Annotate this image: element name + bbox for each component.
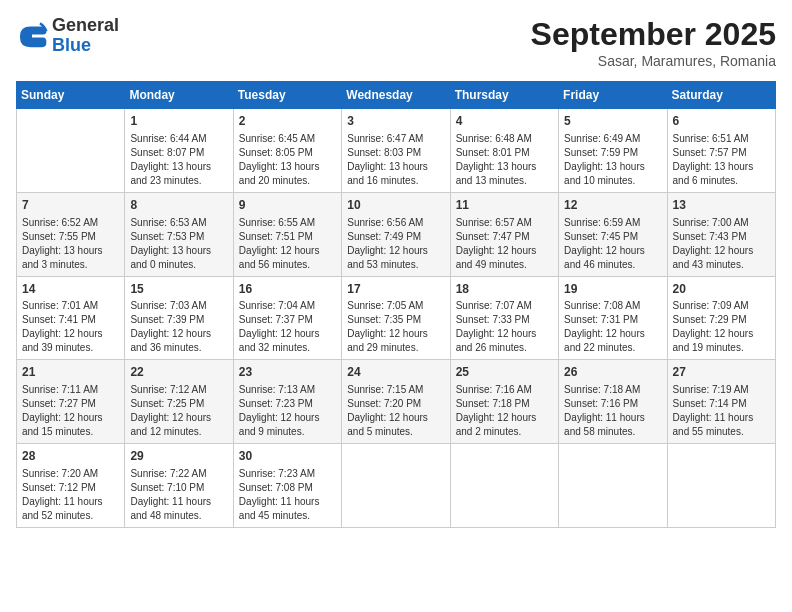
calendar-day-cell: 17Sunrise: 7:05 AM Sunset: 7:35 PM Dayli… [342,276,450,360]
calendar-day-cell: 30Sunrise: 7:23 AM Sunset: 7:08 PM Dayli… [233,444,341,528]
day-info: Sunrise: 6:48 AM Sunset: 8:01 PM Dayligh… [456,132,553,188]
day-number: 10 [347,197,444,214]
day-number: 1 [130,113,227,130]
day-info: Sunrise: 7:19 AM Sunset: 7:14 PM Dayligh… [673,383,770,439]
day-info: Sunrise: 7:20 AM Sunset: 7:12 PM Dayligh… [22,467,119,523]
day-info: Sunrise: 7:09 AM Sunset: 7:29 PM Dayligh… [673,299,770,355]
day-number: 3 [347,113,444,130]
day-info: Sunrise: 6:55 AM Sunset: 7:51 PM Dayligh… [239,216,336,272]
day-info: Sunrise: 7:12 AM Sunset: 7:25 PM Dayligh… [130,383,227,439]
day-number: 22 [130,364,227,381]
day-info: Sunrise: 7:18 AM Sunset: 7:16 PM Dayligh… [564,383,661,439]
calendar-day-cell [450,444,558,528]
day-number: 17 [347,281,444,298]
calendar-day-cell [667,444,775,528]
day-info: Sunrise: 6:57 AM Sunset: 7:47 PM Dayligh… [456,216,553,272]
calendar-day-cell: 4Sunrise: 6:48 AM Sunset: 8:01 PM Daylig… [450,109,558,193]
calendar-day-cell: 28Sunrise: 7:20 AM Sunset: 7:12 PM Dayli… [17,444,125,528]
day-number: 7 [22,197,119,214]
calendar-day-cell: 3Sunrise: 6:47 AM Sunset: 8:03 PM Daylig… [342,109,450,193]
day-info: Sunrise: 7:11 AM Sunset: 7:27 PM Dayligh… [22,383,119,439]
calendar-day-cell: 1Sunrise: 6:44 AM Sunset: 8:07 PM Daylig… [125,109,233,193]
calendar-week-row: 14Sunrise: 7:01 AM Sunset: 7:41 PM Dayli… [17,276,776,360]
day-info: Sunrise: 7:22 AM Sunset: 7:10 PM Dayligh… [130,467,227,523]
day-number: 15 [130,281,227,298]
day-info: Sunrise: 6:52 AM Sunset: 7:55 PM Dayligh… [22,216,119,272]
calendar-day-cell: 23Sunrise: 7:13 AM Sunset: 7:23 PM Dayli… [233,360,341,444]
day-info: Sunrise: 7:05 AM Sunset: 7:35 PM Dayligh… [347,299,444,355]
calendar-day-cell [559,444,667,528]
weekday-header-cell: Saturday [667,82,775,109]
day-number: 4 [456,113,553,130]
day-number: 9 [239,197,336,214]
calendar-day-cell: 22Sunrise: 7:12 AM Sunset: 7:25 PM Dayli… [125,360,233,444]
calendar-day-cell: 24Sunrise: 7:15 AM Sunset: 7:20 PM Dayli… [342,360,450,444]
day-info: Sunrise: 7:16 AM Sunset: 7:18 PM Dayligh… [456,383,553,439]
day-info: Sunrise: 7:01 AM Sunset: 7:41 PM Dayligh… [22,299,119,355]
title-block: September 2025 Sasar, Maramures, Romania [531,16,776,69]
calendar-day-cell: 25Sunrise: 7:16 AM Sunset: 7:18 PM Dayli… [450,360,558,444]
day-number: 25 [456,364,553,381]
calendar-body: 1Sunrise: 6:44 AM Sunset: 8:07 PM Daylig… [17,109,776,528]
calendar-day-cell: 13Sunrise: 7:00 AM Sunset: 7:43 PM Dayli… [667,192,775,276]
weekday-header-cell: Friday [559,82,667,109]
calendar-day-cell: 18Sunrise: 7:07 AM Sunset: 7:33 PM Dayli… [450,276,558,360]
weekday-header-cell: Tuesday [233,82,341,109]
calendar-day-cell: 11Sunrise: 6:57 AM Sunset: 7:47 PM Dayli… [450,192,558,276]
day-info: Sunrise: 7:15 AM Sunset: 7:20 PM Dayligh… [347,383,444,439]
calendar-day-cell: 29Sunrise: 7:22 AM Sunset: 7:10 PM Dayli… [125,444,233,528]
calendar-week-row: 7Sunrise: 6:52 AM Sunset: 7:55 PM Daylig… [17,192,776,276]
day-number: 13 [673,197,770,214]
day-number: 29 [130,448,227,465]
calendar-day-cell: 10Sunrise: 6:56 AM Sunset: 7:49 PM Dayli… [342,192,450,276]
day-number: 16 [239,281,336,298]
day-number: 18 [456,281,553,298]
weekday-header-cell: Wednesday [342,82,450,109]
calendar-day-cell [342,444,450,528]
calendar-day-cell: 20Sunrise: 7:09 AM Sunset: 7:29 PM Dayli… [667,276,775,360]
calendar-day-cell: 27Sunrise: 7:19 AM Sunset: 7:14 PM Dayli… [667,360,775,444]
day-info: Sunrise: 7:07 AM Sunset: 7:33 PM Dayligh… [456,299,553,355]
calendar-day-cell: 8Sunrise: 6:53 AM Sunset: 7:53 PM Daylig… [125,192,233,276]
weekday-header-cell: Thursday [450,82,558,109]
calendar-day-cell: 7Sunrise: 6:52 AM Sunset: 7:55 PM Daylig… [17,192,125,276]
logo-text: General Blue [52,16,119,56]
calendar-day-cell: 15Sunrise: 7:03 AM Sunset: 7:39 PM Dayli… [125,276,233,360]
day-info: Sunrise: 7:08 AM Sunset: 7:31 PM Dayligh… [564,299,661,355]
calendar-day-cell: 9Sunrise: 6:55 AM Sunset: 7:51 PM Daylig… [233,192,341,276]
day-number: 30 [239,448,336,465]
calendar-day-cell [17,109,125,193]
day-number: 14 [22,281,119,298]
page-header: General Blue September 2025 Sasar, Maram… [16,16,776,69]
day-info: Sunrise: 6:49 AM Sunset: 7:59 PM Dayligh… [564,132,661,188]
calendar-table: SundayMondayTuesdayWednesdayThursdayFrid… [16,81,776,528]
day-number: 19 [564,281,661,298]
calendar-day-cell: 14Sunrise: 7:01 AM Sunset: 7:41 PM Dayli… [17,276,125,360]
calendar-day-cell: 16Sunrise: 7:04 AM Sunset: 7:37 PM Dayli… [233,276,341,360]
day-number: 12 [564,197,661,214]
day-number: 21 [22,364,119,381]
calendar-day-cell: 19Sunrise: 7:08 AM Sunset: 7:31 PM Dayli… [559,276,667,360]
day-info: Sunrise: 6:47 AM Sunset: 8:03 PM Dayligh… [347,132,444,188]
day-number: 11 [456,197,553,214]
calendar-week-row: 28Sunrise: 7:20 AM Sunset: 7:12 PM Dayli… [17,444,776,528]
day-info: Sunrise: 7:13 AM Sunset: 7:23 PM Dayligh… [239,383,336,439]
day-info: Sunrise: 6:53 AM Sunset: 7:53 PM Dayligh… [130,216,227,272]
day-number: 28 [22,448,119,465]
day-number: 6 [673,113,770,130]
day-info: Sunrise: 7:23 AM Sunset: 7:08 PM Dayligh… [239,467,336,523]
day-info: Sunrise: 6:59 AM Sunset: 7:45 PM Dayligh… [564,216,661,272]
month-title: September 2025 [531,16,776,53]
calendar-day-cell: 2Sunrise: 6:45 AM Sunset: 8:05 PM Daylig… [233,109,341,193]
day-number: 8 [130,197,227,214]
day-info: Sunrise: 6:45 AM Sunset: 8:05 PM Dayligh… [239,132,336,188]
calendar-day-cell: 5Sunrise: 6:49 AM Sunset: 7:59 PM Daylig… [559,109,667,193]
day-number: 20 [673,281,770,298]
logo-icon [16,20,48,52]
day-number: 2 [239,113,336,130]
calendar-day-cell: 21Sunrise: 7:11 AM Sunset: 7:27 PM Dayli… [17,360,125,444]
calendar-week-row: 1Sunrise: 6:44 AM Sunset: 8:07 PM Daylig… [17,109,776,193]
day-number: 5 [564,113,661,130]
calendar-day-cell: 12Sunrise: 6:59 AM Sunset: 7:45 PM Dayli… [559,192,667,276]
day-number: 27 [673,364,770,381]
